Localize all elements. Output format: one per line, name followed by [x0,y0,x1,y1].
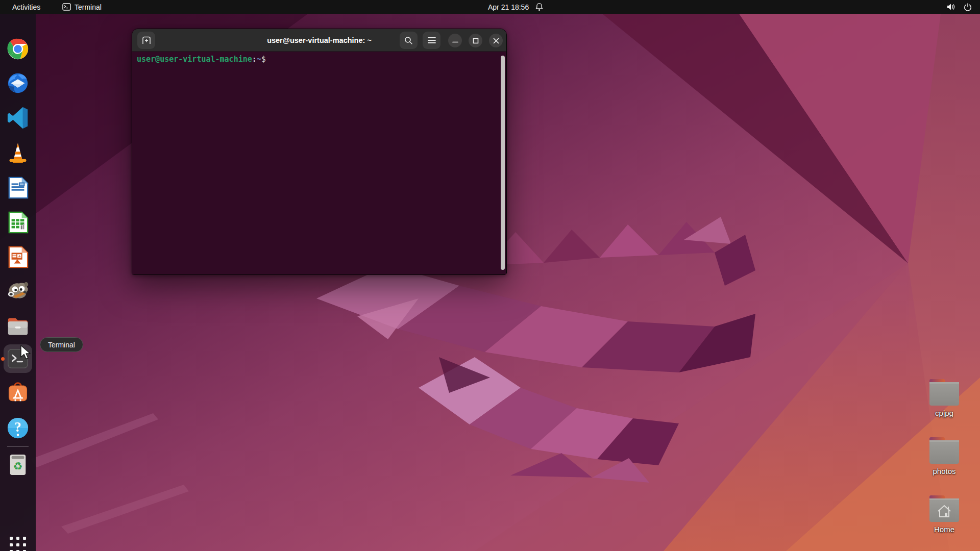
chrome-icon [6,37,30,61]
terminal-window: user@user-virtual-machine: ~ [132,29,507,275]
dock-item-libreoffice-calc[interactable] [4,208,32,237]
search-icon [404,36,413,45]
volume-icon [947,3,955,11]
desktop-icon-label: cpjpg [920,409,969,417]
minimize-button[interactable] [448,34,462,47]
thunderbird-icon [6,71,30,95]
impress-icon [7,246,29,268]
dock-tooltip-label: Terminal [48,341,75,349]
dock-item-libreoffice-impress[interactable] [4,243,32,271]
trash-icon: ♻ [7,454,29,476]
clock-label: Apr 21 18:56 [488,3,529,11]
app-grid-icon [8,535,28,551]
prompt-path: ~ [257,55,261,64]
dock-item-help[interactable]: ? [4,414,32,442]
dock: ? ♻ [0,14,36,551]
dock-item-ubuntu-software[interactable] [4,379,32,407]
prompt-user-host: user@user-virtual-machine [137,55,252,64]
mouse-cursor [19,345,33,362]
search-button[interactable] [400,32,418,49]
writer-icon [7,177,29,199]
files-icon [7,317,29,336]
dock-divider [7,446,29,447]
focused-app-menu[interactable]: Terminal [59,0,105,14]
notification-bell-icon [535,3,543,11]
close-button[interactable] [489,34,503,47]
svg-text:?: ? [14,419,21,435]
maximize-button[interactable] [469,34,482,47]
new-tab-icon [142,36,151,44]
hamburger-menu-icon [428,37,436,44]
dock-item-app-grid[interactable] [4,531,32,551]
desktop-icon-home[interactable]: Home [920,494,969,534]
folder-icon [928,378,961,407]
top-bar: Activities Terminal Apr 21 18:56 [0,0,980,14]
prompt-symbol: $ [261,55,266,64]
menu-button[interactable] [423,32,440,49]
folder-icon [928,436,961,465]
minimize-icon [452,38,458,44]
vlc-icon [7,141,29,164]
dock-item-vscode[interactable] [4,104,32,132]
activities-label: Activities [12,3,40,11]
dock-item-libreoffice-writer[interactable] [4,173,32,202]
desktop-icon-label: photos [920,467,969,475]
focused-app-label: Terminal [75,3,102,11]
new-tab-button[interactable] [137,32,155,49]
terminal-scrollbar[interactable] [501,56,505,270]
gimp-icon [6,280,30,301]
dock-tooltip: Terminal [40,337,83,352]
help-icon: ? [6,416,30,440]
dock-item-chrome[interactable] [4,35,32,63]
ubuntu-software-icon [7,382,29,404]
home-folder-icon [928,494,961,523]
dock-item-trash[interactable]: ♻ [4,450,32,479]
calc-icon [7,211,29,234]
close-icon [493,38,499,44]
terminal-titlebar[interactable]: user@user-virtual-machine: ~ [132,29,506,52]
terminal-screen[interactable]: user@user-virtual-machine:~$ [132,52,506,275]
terminal-running-indicator [1,357,5,361]
svg-text:♻: ♻ [13,461,23,472]
activities-button[interactable]: Activities [9,0,43,14]
prompt-separator: : [252,55,257,64]
desktop-icon-label: Home [920,525,969,534]
power-icon [964,3,972,11]
desktop-icon-cpjpg[interactable]: cpjpg [920,378,969,417]
dock-item-files[interactable] [4,312,32,341]
dock-item-gimp[interactable] [4,276,32,305]
clock-menu[interactable]: Apr 21 18:56 [485,0,546,14]
terminal-app-icon [62,3,71,11]
desktop-icon-photos[interactable]: photos [920,436,969,475]
system-status-area[interactable] [945,0,974,14]
maximize-icon [473,38,479,44]
vscode-icon [7,107,29,129]
dock-item-vlc[interactable] [4,138,32,167]
shell-prompt: user@user-virtual-machine:~$ [137,55,266,64]
dock-item-thunderbird[interactable] [4,69,32,97]
